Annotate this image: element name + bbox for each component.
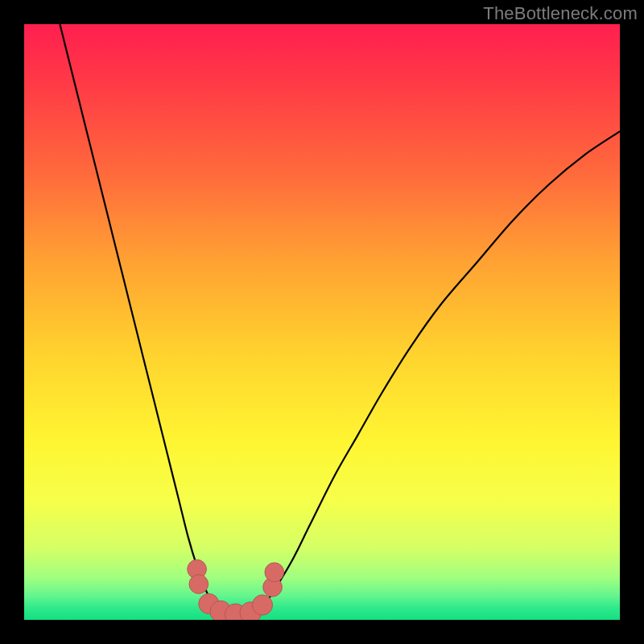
- data-marker: [265, 563, 284, 582]
- valley-markers: [188, 559, 284, 620]
- chart-svg: [24, 24, 620, 620]
- right-curve: [262, 131, 620, 608]
- outer-frame: TheBottleneck.com: [0, 0, 644, 644]
- watermark-text: TheBottleneck.com: [483, 3, 638, 24]
- plot-area: [24, 24, 620, 620]
- data-marker: [252, 595, 272, 615]
- data-marker: [189, 575, 208, 594]
- left-curve: [60, 24, 214, 608]
